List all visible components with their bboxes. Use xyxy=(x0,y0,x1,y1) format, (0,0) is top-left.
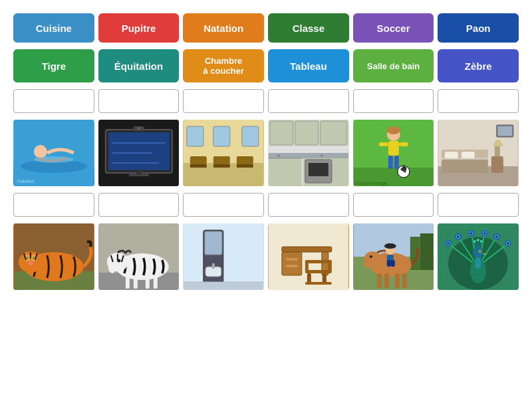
svg-rect-96 xyxy=(305,270,332,273)
answer-box-1[interactable] xyxy=(13,89,94,113)
svg-rect-57 xyxy=(442,160,488,173)
svg-point-111 xyxy=(369,255,372,258)
svg-rect-62 xyxy=(498,126,512,136)
svg-rect-113 xyxy=(384,273,388,288)
svg-point-3 xyxy=(34,156,74,163)
peacock-image xyxy=(438,223,519,290)
word-btn-cuisine[interactable]: Cuisine xyxy=(13,13,94,43)
answer-row-1 xyxy=(13,89,519,113)
svg-point-144 xyxy=(496,236,498,238)
class-image xyxy=(183,120,264,186)
svg-rect-97 xyxy=(307,273,311,283)
word-btn-salle-bain[interactable]: Salle de bain xyxy=(353,49,434,82)
svg-rect-78 xyxy=(125,277,129,289)
answer-box-3[interactable] xyxy=(183,89,264,113)
svg-point-158 xyxy=(479,251,481,252)
svg-point-155 xyxy=(477,239,479,241)
answer-box-7[interactable] xyxy=(13,193,94,217)
svg-rect-86 xyxy=(212,263,215,269)
svg-point-132 xyxy=(448,243,450,245)
swim-image: Natation xyxy=(13,120,94,186)
svg-rect-19 xyxy=(237,156,253,164)
svg-rect-20 xyxy=(190,164,207,168)
word-btn-chambre[interactable]: Chambreà coucher xyxy=(183,49,264,82)
svg-rect-107 xyxy=(420,233,433,270)
word-btn-tigre[interactable]: Tigre xyxy=(13,49,94,82)
board-image xyxy=(98,120,180,186)
word-btn-paon[interactable]: Paon xyxy=(438,13,519,43)
svg-point-77 xyxy=(117,259,120,263)
svg-point-138 xyxy=(471,233,473,235)
answer-row-2 xyxy=(13,193,519,217)
svg-rect-21 xyxy=(213,164,230,168)
svg-rect-98 xyxy=(323,273,327,283)
svg-rect-29 xyxy=(295,121,319,145)
answer-box-8[interactable] xyxy=(98,193,180,217)
svg-rect-7 xyxy=(108,132,169,170)
svg-point-154 xyxy=(473,240,476,243)
svg-rect-18 xyxy=(213,156,230,164)
word-btn-zebre[interactable]: Zèbre xyxy=(438,49,519,82)
word-btn-natation[interactable]: Natation xyxy=(183,13,264,43)
main-container: Cuisine Pupitre Natation Classe Soccer P… xyxy=(0,0,532,303)
svg-rect-36 xyxy=(309,163,329,176)
svg-rect-118 xyxy=(386,260,390,267)
svg-rect-115 xyxy=(402,273,406,288)
svg-rect-80 xyxy=(145,277,149,289)
svg-rect-92 xyxy=(282,252,302,275)
svg-point-71 xyxy=(28,261,33,265)
answer-box-11[interactable] xyxy=(353,193,434,217)
answer-box-2[interactable] xyxy=(98,89,180,113)
tiger-image xyxy=(13,223,94,290)
svg-rect-25 xyxy=(242,126,259,146)
svg-rect-14 xyxy=(136,170,141,175)
word-btn-classe[interactable]: Classe xyxy=(268,13,349,43)
svg-rect-31 xyxy=(269,153,348,158)
image-row-1: Natation xyxy=(13,120,519,186)
image-row-2 xyxy=(13,223,519,290)
svg-rect-45 xyxy=(394,156,398,169)
horse-image xyxy=(353,223,434,290)
svg-point-70 xyxy=(33,257,35,259)
svg-rect-30 xyxy=(321,121,347,145)
svg-point-141 xyxy=(484,233,486,235)
bedroom-image xyxy=(438,120,519,186)
svg-rect-84 xyxy=(205,231,222,255)
answer-box-6[interactable] xyxy=(438,89,519,113)
svg-rect-17 xyxy=(190,156,207,164)
svg-point-42 xyxy=(386,126,400,134)
svg-rect-56 xyxy=(462,152,475,158)
answer-box-5[interactable] xyxy=(353,89,434,113)
svg-rect-94 xyxy=(286,265,298,267)
word-row-1: Cuisine Pupitre Natation Classe Soccer P… xyxy=(13,13,519,43)
svg-point-37 xyxy=(277,154,280,157)
svg-rect-91 xyxy=(282,247,332,252)
svg-point-69 xyxy=(26,257,29,259)
word-btn-pupitre[interactable]: Pupitre xyxy=(98,13,180,43)
svg-rect-43 xyxy=(388,141,398,156)
svg-rect-119 xyxy=(390,260,394,267)
svg-rect-93 xyxy=(286,258,298,261)
svg-rect-47 xyxy=(398,142,408,146)
answer-box-4[interactable] xyxy=(268,89,349,113)
word-btn-equitation[interactable]: Équitation xyxy=(98,49,180,82)
svg-rect-32 xyxy=(269,158,302,186)
word-btn-tableau[interactable]: Tableau xyxy=(268,49,349,82)
word-btn-soccer[interactable]: Soccer xyxy=(353,13,434,43)
word-row-2: Tigre Équitation Chambreà coucher Tablea… xyxy=(13,49,519,82)
svg-rect-121 xyxy=(386,243,393,248)
svg-rect-44 xyxy=(388,156,392,169)
svg-point-150 xyxy=(473,247,483,258)
answer-box-10[interactable] xyxy=(268,193,349,217)
svg-rect-59 xyxy=(495,146,500,156)
svg-rect-114 xyxy=(394,273,399,288)
svg-rect-23 xyxy=(187,126,203,146)
svg-rect-55 xyxy=(445,152,458,158)
answer-box-9[interactable] xyxy=(183,193,264,217)
answer-box-12[interactable] xyxy=(438,193,519,217)
svg-point-156 xyxy=(480,240,483,243)
svg-rect-112 xyxy=(376,273,381,288)
svg-rect-81 xyxy=(153,277,157,289)
svg-rect-28 xyxy=(270,121,293,145)
svg-rect-99 xyxy=(305,282,332,285)
